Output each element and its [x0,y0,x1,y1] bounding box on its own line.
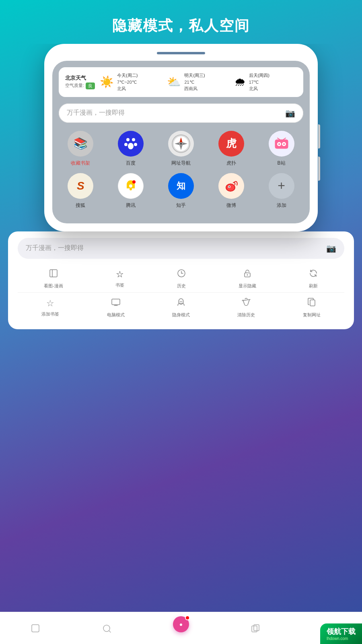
toolbar-manga[interactable]: 看图-漫画 [44,268,63,289]
svg-rect-43 [32,625,39,632]
weather-day-1: ☀️ 今天(周二) 7℃~20℃ 北风 [100,72,162,92]
toolbar-history-label: 历史 [177,283,186,289]
toolbar-incognito-label: 隐身模式 [172,312,190,318]
nav-home-icon [31,624,40,633]
weather-day1-label: 今天(周二) [117,72,138,79]
toolbar-incognito[interactable]: 隐身模式 [172,297,190,318]
nav-item-2[interactable] [102,624,111,633]
toolbar-manga-label: 看图-漫画 [44,283,63,289]
app-label-weibo: 微博 [226,202,236,209]
watermark-text: 领航下载 [327,627,356,636]
nav-item-3[interactable]: ● [173,620,189,636]
toolbar-clear-history[interactable]: 清除历史 [237,297,255,318]
svg-point-17 [283,143,285,145]
toolbar-refresh[interactable]: 刷新 [309,268,318,289]
app-item-nav[interactable]: 网址导航 [159,131,203,167]
nav-icon [168,131,194,157]
weibo-icon [218,173,244,199]
toolbar-row-2: ☆ 添加书签 电脑模式 [18,293,344,323]
app-label-bookshelf: 收藏书架 [71,160,90,167]
weather-day3-label: 后天(周四) [249,72,269,79]
weather-day2-wind: 西南风 [184,85,205,92]
toolbar-pc-mode-label: 电脑模式 [107,312,125,318]
nav-badge [185,615,190,620]
svg-point-0 [126,138,130,141]
watermark-sub: lhdown.com [327,636,356,641]
app-item-zhihu[interactable]: 知 知乎 [159,173,203,209]
toolbar-history[interactable]: 历史 [177,268,186,289]
camera-icon-bottom[interactable]: 📷 [326,244,336,253]
app-item-bilibili[interactable]: B站 [259,131,303,167]
bottom-section: 万千漫画，一搜即得 📷 看图-漫画 ☆ 书签 [8,231,354,329]
weather-day3-temp: 17℃ [249,79,269,86]
bookmark-icon: ☆ [116,269,124,280]
manga-icon [49,268,58,281]
app-label-zhihu: 知乎 [176,202,186,209]
toolbar-pc-mode[interactable]: 电脑模式 [107,297,125,318]
svg-point-21 [130,188,132,190]
app-label-tencent: 腾讯 [126,202,136,209]
app-item-baidu[interactable]: 百度 [109,131,153,167]
weather-day-2: ⛅ 明天(周三) 21℃ 西南风 [167,72,229,92]
tencent-icon [118,173,144,199]
clear-history-icon [241,297,251,310]
nav-dot-icon: ● [173,616,189,632]
svg-line-19 [283,138,286,140]
toolbar-show-hidden-label: 显示隐藏 [239,283,256,289]
svg-point-1 [132,138,135,141]
nav-bar: ● [0,612,362,644]
weather-day2-temp: 21℃ [184,79,205,86]
app-label-hupu: 虎扑 [226,160,236,167]
svg-line-40 [181,301,182,302]
svg-point-25 [226,184,234,191]
app-item-add[interactable]: + 添加 [259,173,303,209]
svg-point-34 [247,274,248,275]
page-title: 隐藏模式，私人空间 [0,0,362,44]
toolbar-copy-url[interactable]: 复制网址 [303,297,321,318]
bookshelf-icon: 📚 [68,131,93,157]
copy-url-icon [307,297,317,310]
app-item-tencent[interactable]: 腾讯 [109,173,153,209]
toolbar-bookmark[interactable]: ☆ 书签 [115,269,124,288]
svg-point-3 [134,143,137,146]
search-bar-bottom[interactable]: 万千漫画，一搜即得 📷 [18,238,344,259]
svg-point-11 [180,142,182,145]
incognito-icon [176,297,186,310]
nav-item-4[interactable] [251,624,260,633]
search-placeholder-bottom: 万千漫画，一搜即得 [26,244,84,252]
svg-point-22 [129,184,132,188]
app-label-bilibili: B站 [278,160,286,167]
svg-rect-42 [310,300,315,306]
nav-item-1[interactable] [31,624,40,633]
app-grid: 📚 收藏书架 百度 [59,131,303,209]
phone-notch [157,52,205,54]
toolbar-refresh-label: 刷新 [309,283,318,289]
rainy-icon: 🌧 [234,75,246,89]
camera-icon-phone[interactable]: 📷 [285,108,295,118]
svg-rect-28 [50,270,57,277]
toolbar-add-bookmark[interactable]: ☆ 添加书签 [41,298,59,317]
weather-location: 北京天气 [65,74,95,82]
hupu-icon: 虎 [218,131,244,157]
svg-line-45 [109,631,111,632]
refresh-icon [309,268,318,281]
app-label-nav: 网址导航 [171,160,191,167]
search-bar-phone[interactable]: 万千漫画，一搜即得 📷 [59,103,303,123]
app-item-hupu[interactable]: 虎 虎扑 [209,131,253,167]
toolbar-copy-url-label: 复制网址 [303,312,321,318]
watermark: 领航下载 lhdown.com [320,623,362,644]
app-item-souhu[interactable]: S 搜狐 [59,173,103,209]
app-label-souhu: 搜狐 [76,202,85,209]
svg-rect-12 [275,140,288,149]
svg-point-2 [124,143,128,146]
souhu-icon: S [68,173,93,199]
app-item-bookshelf[interactable]: 📚 收藏书架 [59,131,103,167]
bilibili-icon [269,131,294,157]
toolbar-show-hidden[interactable]: 显示隐藏 [239,268,256,289]
add-bookmark-icon: ☆ [46,298,54,309]
app-item-weibo[interactable]: 微博 [209,173,253,209]
toolbar-add-bookmark-label: 添加书签 [41,311,59,317]
toolbar-bookmark-label: 书签 [115,282,124,288]
weather-day3-wind: 北风 [249,85,269,92]
app-label-baidu: 百度 [126,160,136,167]
